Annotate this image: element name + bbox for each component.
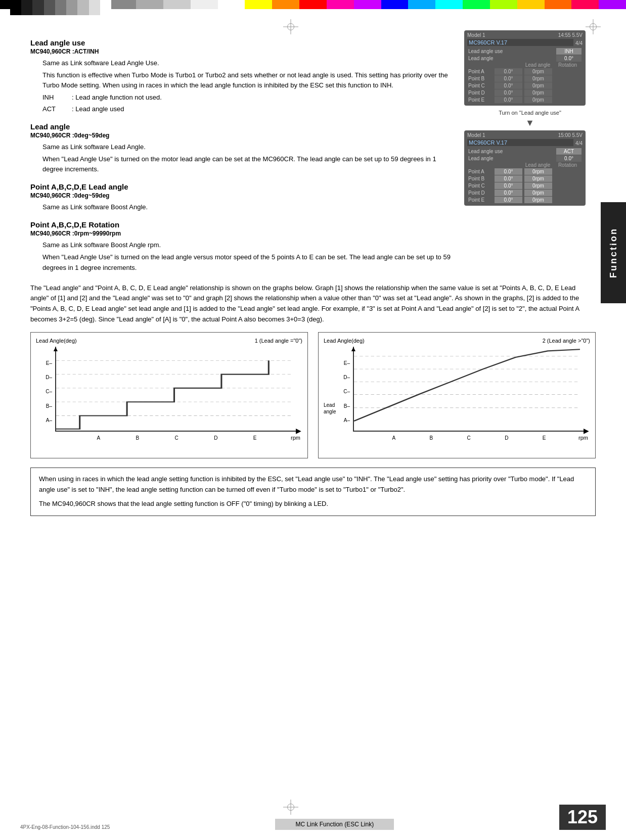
- lcd2-use-val: ACT: [556, 148, 582, 155]
- lcd2-use-row: Lead angle use ACT: [467, 148, 583, 155]
- section-title-point-lead: Point A,B,C,D,E Lead angle: [30, 182, 454, 191]
- act-row: ACT : Lead angle used: [42, 104, 454, 114]
- lcd1-use-label: Lead angle use: [468, 49, 503, 54]
- lcd2-firmware: MC960CR V.17: [467, 139, 573, 146]
- section-body-lead-angle-use: Same as Link software Lead Angle Use. Th…: [42, 58, 454, 114]
- section-body-rotation: Same as Link software Boost Angle rpm. W…: [42, 240, 454, 272]
- para1-point-lead: Same as Link software Boost Angle.: [42, 202, 454, 212]
- graph1-subtitle: 1 (Lead angle ="0"): [255, 338, 302, 344]
- lcd1-angle-label: Lead angle: [468, 56, 494, 61]
- graphs-row: Lead Angle(deg) 1 (Lead angle ="0") ▲ ▶ …: [30, 332, 596, 458]
- lcd1-point-a: Point A 0.0° 0rpm: [467, 68, 583, 75]
- arrow-down-icon: ▼: [464, 118, 596, 128]
- lcd2-pages: 4/4: [575, 141, 583, 146]
- para1-lead: Same as Link software Lead Angle.: [42, 142, 454, 152]
- lcd2-time: 15:00 5.5V: [558, 132, 583, 138]
- graph1-y-labels: E– D– C– B– A–: [36, 352, 54, 432]
- footer-center-bar: MC Link Function (ESC Link): [275, 819, 394, 830]
- graph1-title-row: Lead Angle(deg) 1 (Lead angle ="0"): [36, 338, 302, 344]
- lcd2-col2: Rotation: [554, 162, 582, 168]
- lcd1-point-c: Point C 0.0° 0rpm: [467, 82, 583, 89]
- lcd2-col1: Lead angle: [524, 162, 552, 168]
- lead-angle-label-graph2: Leadangle: [324, 402, 339, 415]
- graph2-y-labels: E– D– C– B– A–: [330, 352, 352, 432]
- lcd1-use-row: Lead angle use INH: [467, 48, 583, 55]
- footer-center-text: MC Link Function (ESC Link): [295, 821, 374, 828]
- section-subtitle-lead-angle-use: MC940,960CR :ACT/INH: [30, 48, 454, 55]
- graph1-area: ▲ ▶ rpm E– D– C– B– A– A B C D: [36, 347, 302, 443]
- point-rotation-section: Point A,B,C,D,E Rotation MC940,960CR :0r…: [30, 220, 454, 272]
- lcd2-point-a: Point A 0.0° 0rpm: [467, 168, 583, 175]
- act-key: ACT: [42, 104, 68, 114]
- lcd2-point-b: Point B 0.0° 0rpm: [467, 175, 583, 182]
- lcd1-time: 14:55 5.5V: [558, 32, 583, 38]
- lead-angle-use-section: Lead angle use MC940,960CR :ACT/INH Same…: [30, 38, 454, 114]
- note-box: When using in races in which the lead an…: [30, 468, 596, 516]
- para2-rotation: When "Lead Angle Use" is turned on the l…: [42, 252, 454, 272]
- lcd1-point-d: Point D 0.0° 0rpm: [467, 89, 583, 96]
- lcd1-point-b: Point B 0.0° 0rpm: [467, 75, 583, 82]
- section-subtitle-point-lead: MC940,960CR :0deg~59deg: [30, 192, 454, 199]
- graph1-x-labels: A B C D E: [61, 435, 292, 441]
- para2-lead: When "Lead Angle Use" is turned on the m…: [42, 154, 454, 174]
- graph2-x-arrow: ▶: [584, 427, 589, 435]
- inh-val: : Lead angle function not used.: [72, 92, 162, 103]
- note-line-2: The MC940,960CR shows that the lead angl…: [39, 499, 587, 509]
- graph2-title-row: Lead Angle(deg) 2 (Lead angle >"0"): [324, 338, 590, 344]
- inh-key: INH: [42, 92, 68, 103]
- lcd1-angle-val: 0.0°: [556, 55, 582, 62]
- section-body-lead-angle: Same as Link software Lead Angle. When "…: [42, 142, 454, 174]
- section-title-rotation: Point A,B,C,D,E Rotation: [30, 220, 454, 229]
- section-title-lead-angle: Lead angle: [30, 122, 454, 131]
- section-body-point-lead: Same as Link software Boost Angle.: [42, 202, 454, 212]
- graph1-svg: [56, 347, 292, 432]
- right-column: Model 1 14:55 5.5V MC960CR V.17 4/4 Lead…: [464, 30, 596, 276]
- lcd1-col1: Lead angle: [524, 62, 552, 68]
- act-val: : Lead angle used: [72, 104, 124, 114]
- lcd2-model: Model 1: [467, 132, 485, 138]
- lcd2-col-headers: Lead angle Rotation: [467, 162, 583, 168]
- point-lead-section: Point A,B,C,D,E Lead angle MC940,960CR :…: [30, 182, 454, 212]
- footer: 4PX-Eng-08-Function-104-156.indd 125 MC …: [0, 819, 626, 830]
- page-number: 125: [559, 805, 606, 830]
- sidebar-function-label: Function: [608, 227, 619, 278]
- section-title-lead-angle-use: Lead angle use: [30, 38, 454, 47]
- lcd-widget-1: Model 1 14:55 5.5V MC960CR V.17 4/4 Lead…: [464, 30, 586, 106]
- top-section: Lead angle use MC940,960CR :ACT/INH Same…: [30, 30, 596, 276]
- graph2-x-labels: A B C D E: [358, 435, 580, 441]
- graph2-svg: [354, 347, 580, 432]
- para1-lead-use: Same as Link software Lead Angle Use.: [42, 58, 454, 68]
- graph-1: Lead Angle(deg) 1 (Lead angle ="0") ▲ ▶ …: [30, 332, 308, 458]
- lcd1-pages: 4/4: [575, 40, 583, 46]
- graph2-subtitle: 2 (Lead angle >"0"): [543, 338, 590, 344]
- section-subtitle-rotation: MC940,960CR :0rpm~99990rpm: [30, 230, 454, 237]
- lcd2-angle-label: Lead angle: [468, 156, 494, 161]
- para2-lead-use: This function is effective when Turbo Mo…: [42, 70, 454, 90]
- para1-rotation: Same as Link software Boost Angle rpm.: [42, 240, 454, 250]
- grayscale-bar: [10, 0, 111, 15]
- lcd2-header: Model 1 15:00 5.5V: [467, 132, 583, 138]
- lcd2-angle-row: Lead angle 0.0°: [467, 155, 583, 162]
- lcd2-point-c: Point C 0.0° 0rpm: [467, 182, 583, 189]
- lcd2-angle-val: 0.0°: [556, 155, 582, 162]
- lcd1-point-e: Point E 0.0° 0rpm: [467, 97, 583, 103]
- lcd1-col-headers: Lead angle Rotation: [467, 62, 583, 68]
- graph2-y-label: Lead Angle(deg): [324, 338, 365, 344]
- main-content: Lead angle use MC940,960CR :ACT/INH Same…: [30, 30, 596, 810]
- graph-2: Lead Angle(deg) 2 (Lead angle >"0") ▲ ▶ …: [318, 332, 596, 458]
- lcd2-point-d: Point D 0.0° 0rpm: [467, 190, 583, 196]
- section-subtitle-lead-angle: MC940,960CR :0deg~59deg: [30, 132, 454, 139]
- body-paragraph: The "Lead angle" and "Point A, B, C, D, …: [30, 283, 596, 325]
- lcd1-angle-row: Lead angle 0.0°: [467, 55, 583, 62]
- graph1-x-arrow: ▶: [296, 427, 301, 435]
- lcd1-caption: Turn on "Lead angle use": [464, 110, 596, 116]
- lcd2-use-label: Lead angle use: [468, 149, 503, 154]
- note-line-1: When using in races in which the lead an…: [39, 474, 587, 495]
- lcd2-point-e: Point E 0.0° 0rpm: [467, 197, 583, 203]
- inh-row: INH : Lead angle function not used.: [42, 92, 454, 103]
- graph2-area: ▲ ▶ rpm E– D– C– B– A– Leadangle A: [324, 347, 590, 443]
- lcd1-model: Model 1: [467, 32, 485, 38]
- graph1-y-label: Lead Angle(deg): [36, 338, 77, 344]
- lcd1-use-val: INH: [556, 48, 582, 55]
- function-sidebar: Function: [601, 202, 626, 303]
